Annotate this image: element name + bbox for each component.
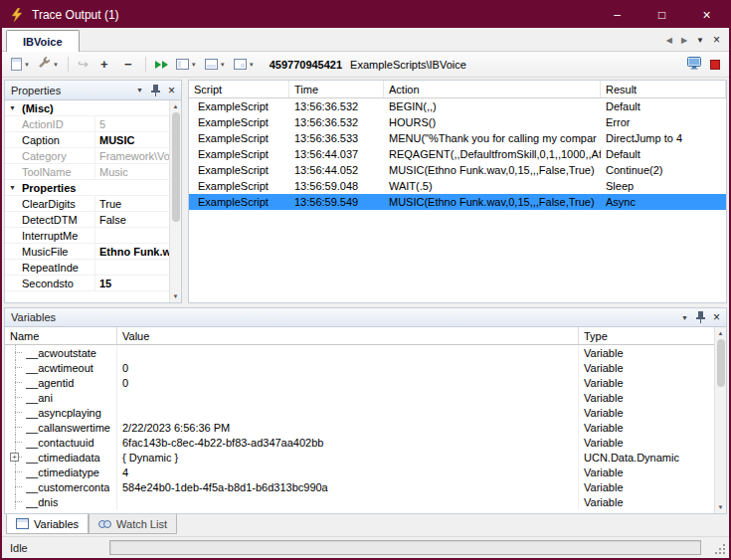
variables-scrollbar[interactable]: ▲ ▼ <box>714 327 726 513</box>
trace-row[interactable]: ExampleScript 13:56:36.532 HOURS() Error <box>189 114 726 130</box>
maximize-button[interactable]: □ <box>640 2 684 28</box>
panel-menu-icon[interactable]: ▼ <box>681 314 688 321</box>
minimize-button[interactable]: – <box>595 2 640 28</box>
variable-row[interactable]: __asyncplaying Variable <box>5 405 714 420</box>
scrollbar-thumb[interactable] <box>717 339 725 387</box>
variable-row[interactable]: __acwtimeout 0 Variable <box>5 360 714 375</box>
new-trace-button[interactable]: ▼ <box>8 55 33 75</box>
variable-row[interactable]: __acwoutstate Variable <box>5 345 714 360</box>
property-row[interactable]: ▼ Category Framework\Voic <box>5 148 169 164</box>
panel-close-icon[interactable]: × <box>168 85 175 96</box>
tab-ibvoice[interactable]: IBVoice <box>6 30 80 52</box>
jump-button[interactable]: ↪ <box>75 55 91 75</box>
property-name: ClearDigits <box>20 196 95 211</box>
property-row[interactable]: ▼ InterruptMe <box>5 228 169 244</box>
property-row[interactable]: ▼ DetectDTM False <box>5 212 169 228</box>
variable-row[interactable]: __dnis Variable <box>5 494 714 509</box>
property-row[interactable]: ▼ MusicFile Ethno Funk.w <box>5 244 169 260</box>
property-value[interactable]: 5 <box>95 116 169 131</box>
property-row[interactable]: ▼ ClearDigits True <box>5 196 169 212</box>
property-value[interactable] <box>95 228 169 243</box>
trace-result: Sleep <box>601 178 726 194</box>
column-header-result[interactable]: Result <box>601 81 726 97</box>
tab-label: IBVoice <box>23 36 63 48</box>
property-value[interactable]: Music <box>95 164 169 179</box>
resize-grip[interactable] <box>714 543 727 556</box>
column-header-script[interactable]: Script <box>189 81 289 97</box>
status-text: Idle <box>10 542 109 554</box>
properties-scrollbar[interactable]: ▲ ▼ <box>169 100 181 302</box>
run-button[interactable] <box>152 55 171 75</box>
trace-row[interactable]: ExampleScript 13:56:36.533 MENU("%Thank … <box>189 130 726 146</box>
add-button[interactable]: + <box>93 55 115 75</box>
property-value[interactable]: False <box>95 212 169 227</box>
property-row[interactable]: ▼ Secondsto 15 <box>5 276 169 291</box>
variable-value: 0 <box>117 375 579 390</box>
monitor-icon[interactable] <box>687 57 701 72</box>
scroll-up-icon[interactable]: ▲ <box>718 328 724 338</box>
property-name: Properties <box>20 180 169 195</box>
pin-icon[interactable] <box>696 311 705 323</box>
tab-icon <box>98 518 111 529</box>
bottom-tab[interactable]: Variables <box>6 514 89 534</box>
variable-type: Variable <box>579 405 714 420</box>
tools-button[interactable]: ▼ <box>35 55 62 75</box>
layout-bottom-button[interactable]: ▼ <box>202 55 229 75</box>
scrollbar-thumb[interactable] <box>172 112 180 222</box>
property-row[interactable]: ▼ Properties <box>5 180 169 196</box>
property-value[interactable]: MUSIC <box>95 132 169 147</box>
remove-button[interactable]: − <box>117 55 139 75</box>
bottom-tab-label: Watch List <box>116 518 167 530</box>
property-value[interactable]: True <box>95 196 169 211</box>
property-value[interactable]: Framework\Voic <box>95 148 169 163</box>
property-row[interactable]: ▼ Caption MUSIC <box>5 132 169 148</box>
layout-grid-button[interactable]: ▼ <box>231 55 258 75</box>
trace-row[interactable]: ExampleScript 13:56:44.052 MUSIC(Ethno F… <box>189 162 726 178</box>
column-header-type[interactable]: Type <box>579 327 714 344</box>
bottom-tab[interactable]: Watch List <box>89 514 177 534</box>
scroll-left-icon[interactable]: ◀ <box>666 36 672 45</box>
tab-close-icon[interactable]: × <box>713 34 720 46</box>
tree-line <box>5 465 26 479</box>
property-value[interactable]: 15 <box>95 276 169 290</box>
scroll-down-icon[interactable]: ▼ <box>718 502 724 512</box>
expand-toggle[interactable] <box>10 453 19 462</box>
pin-icon[interactable] <box>151 85 160 96</box>
trace-row[interactable]: ExampleScript 13:56:44.037 REQAGENT(,,De… <box>189 146 726 162</box>
tab-menu-icon[interactable]: ▼ <box>696 36 704 45</box>
property-row[interactable]: ▼ ActionID 5 <box>5 116 169 132</box>
property-row[interactable]: ▼ (Misc) <box>5 100 169 116</box>
property-row[interactable]: ▼ RepeatInde <box>5 260 169 276</box>
variable-row[interactable]: __contactuuid 6fac143b-c8ec-4b22-bf83-ad… <box>5 435 714 450</box>
chevron-down-icon: ▼ <box>220 62 226 68</box>
column-header-time[interactable]: Time <box>289 81 384 97</box>
scroll-right-icon[interactable]: ▶ <box>681 36 687 45</box>
column-header-action[interactable]: Action <box>384 81 601 97</box>
panel-menu-icon[interactable]: ▼ <box>136 87 143 93</box>
variable-row[interactable]: __ctimediatype 4 Variable <box>5 465 714 479</box>
variable-row[interactable]: __ani Variable <box>5 390 714 405</box>
property-value[interactable] <box>95 260 169 275</box>
variable-type: Variable <box>579 420 714 435</box>
stop-record-icon[interactable] <box>710 60 720 70</box>
column-header-name[interactable]: Name <box>5 327 117 344</box>
scroll-down-icon[interactable]: ▼ <box>173 291 179 301</box>
properties-panel: Properties ▼ × ▼ (Misc) ▼ <box>4 80 182 303</box>
variable-row[interactable]: __agentid 0 Variable <box>5 375 714 390</box>
trace-row[interactable]: ExampleScript 13:56:36.532 BEGIN(,,) Def… <box>189 98 726 114</box>
toolbar-separator <box>145 57 146 72</box>
close-button[interactable]: × <box>684 2 729 28</box>
property-value[interactable]: Ethno Funk.w <box>95 244 169 259</box>
category-expander: ▼ <box>5 132 20 147</box>
layout-left-button[interactable]: ▼ <box>173 55 200 75</box>
panel-close-icon[interactable]: × <box>713 311 720 323</box>
property-row[interactable]: ▼ ToolName Music <box>5 164 169 180</box>
variable-row[interactable]: __ctimediadata { Dynamic } UCN.Data.Dyna… <box>5 450 714 465</box>
vertical-splitter[interactable] <box>182 80 185 303</box>
variable-row[interactable]: __customerconta 584e24b0-1deb-4f5a-b8d1-… <box>5 479 714 494</box>
trace-row[interactable]: ExampleScript 13:56:59.048 WAIT(.5) Slee… <box>189 178 726 194</box>
column-header-value[interactable]: Value <box>117 327 579 344</box>
scroll-up-icon[interactable]: ▲ <box>173 101 179 111</box>
variable-row[interactable]: __callanswertime 2/22/2023 6:56:36 PM Va… <box>5 420 714 435</box>
trace-row[interactable]: ExampleScript 13:56:59.549 MUSIC(Ethno F… <box>189 194 726 210</box>
